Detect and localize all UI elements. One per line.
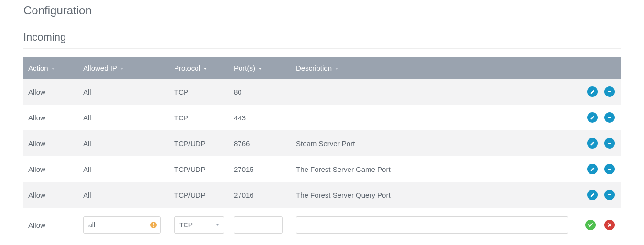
cell-protocol: TCP/UDP (169, 156, 229, 182)
cell-action: Allow (23, 182, 78, 208)
minus-icon (607, 166, 612, 172)
col-header-action-label: Action (28, 64, 48, 72)
cell-action: Allow (23, 105, 78, 130)
pencil-icon (590, 192, 595, 198)
cell-ip: All (78, 130, 169, 156)
cell-protocol: TCP/UDP (169, 130, 229, 156)
close-icon (607, 223, 612, 227)
remove-button[interactable] (604, 164, 615, 174)
svg-rect-3 (608, 169, 611, 170)
col-header-description-label: Description (296, 64, 332, 72)
col-header-action[interactable]: Action (23, 57, 78, 79)
remove-button[interactable] (604, 86, 615, 97)
remove-button[interactable] (604, 138, 615, 149)
edit-button[interactable] (587, 138, 598, 149)
cell-protocol: TCP (169, 105, 229, 130)
pencil-icon (590, 115, 595, 120)
cell-description: The Forest Server Game Port (291, 156, 573, 182)
col-header-ops (573, 57, 621, 79)
cell-description (291, 79, 573, 105)
table-row: AllowAllTCP/UDP27015The Forest Server Ga… (23, 156, 621, 182)
allowed-ip-input[interactable] (83, 216, 161, 234)
confirm-add-button[interactable] (585, 220, 596, 230)
sort-caret-icon (120, 67, 124, 71)
description-input[interactable] (296, 216, 568, 234)
pencil-icon (590, 89, 595, 95)
minus-icon (607, 192, 612, 198)
cell-action: Allow (23, 156, 78, 182)
edit-button[interactable] (587, 112, 598, 123)
protocol-select-value: TCP (179, 221, 193, 229)
sort-caret-icon (51, 67, 55, 71)
svg-rect-0 (608, 91, 611, 92)
cell-description: The Forest Server Query Port (291, 182, 573, 208)
minus-icon (607, 140, 612, 146)
minus-icon (607, 89, 612, 95)
table-row: AllowAllTCP/UDP8766Steam Server Port (23, 130, 621, 156)
cell-action: Allow (23, 79, 78, 105)
cell-ports: 27015 (229, 156, 291, 182)
pencil-icon (590, 167, 595, 172)
remove-button[interactable] (604, 112, 615, 123)
table-row: AllowAllTCP/UDP27016The Forest Server Qu… (23, 182, 621, 208)
protocol-select[interactable]: TCP (174, 216, 224, 234)
table-row: AllowAllTCP443 (23, 105, 621, 130)
minus-icon (607, 115, 612, 120)
cell-ports: 80 (229, 79, 291, 105)
sort-caret-icon (335, 67, 338, 71)
ports-input[interactable] (234, 216, 283, 234)
col-header-ports-label: Port(s) (234, 64, 255, 72)
cell-ports: 27016 (229, 182, 291, 208)
remove-button[interactable] (604, 190, 615, 200)
new-rule-row: Allow ! TCP (23, 208, 621, 234)
cell-ip: All (78, 156, 169, 182)
svg-rect-2 (608, 143, 611, 144)
sort-caret-icon (203, 67, 207, 71)
cancel-add-button[interactable] (604, 220, 615, 230)
cell-ip: All (78, 105, 169, 130)
warning-icon: ! (150, 222, 157, 228)
table-row: AllowAllTCP80 (23, 79, 621, 105)
cell-ip: All (78, 79, 169, 105)
col-header-ip-label: Allowed IP (83, 64, 117, 72)
cell-protocol: TCP/UDP (169, 182, 229, 208)
check-icon (588, 222, 593, 228)
cell-protocol: TCP (169, 79, 229, 105)
cell-ports: 8766 (229, 130, 291, 156)
col-header-description[interactable]: Description (291, 57, 573, 79)
chevron-down-icon (215, 221, 220, 229)
page-title: Configuration (23, 0, 621, 22)
edit-button[interactable] (587, 190, 598, 200)
col-header-ports[interactable]: Port(s) (229, 57, 291, 79)
section-title-incoming: Incoming (23, 22, 621, 49)
cell-description: Steam Server Port (291, 130, 573, 156)
pencil-icon (590, 141, 595, 146)
sort-caret-icon (258, 67, 262, 71)
cell-ports: 443 (229, 105, 291, 130)
edit-button[interactable] (587, 86, 598, 97)
cell-action: Allow (23, 130, 78, 156)
svg-rect-1 (608, 117, 611, 118)
cell-ip: All (78, 182, 169, 208)
cell-description (291, 105, 573, 130)
svg-rect-4 (608, 194, 611, 195)
firewall-rules-table: Action Allowed IP Protocol Port(s) Descr… (23, 57, 621, 234)
edit-button[interactable] (587, 164, 598, 174)
col-header-protocol[interactable]: Protocol (169, 57, 229, 79)
new-rule-action: Allow (23, 208, 78, 234)
col-header-allowed-ip[interactable]: Allowed IP (78, 57, 169, 79)
col-header-protocol-label: Protocol (174, 64, 200, 72)
